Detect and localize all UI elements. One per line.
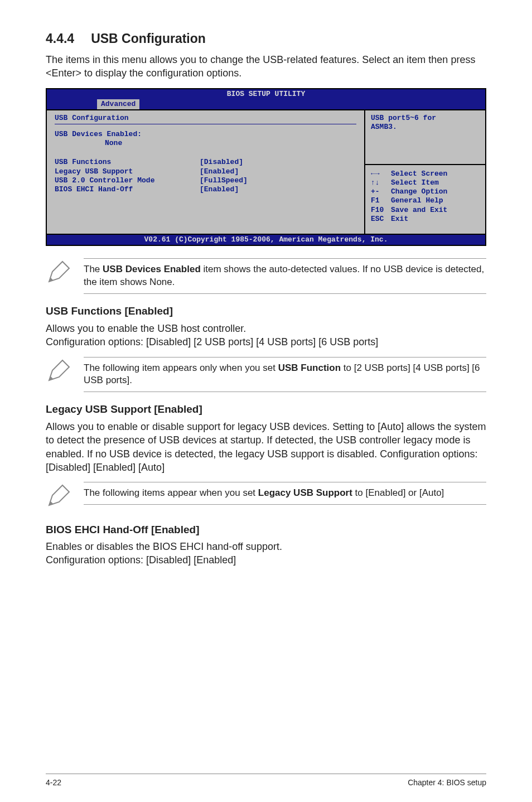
note-body: The following item appears only when you… [84, 357, 486, 393]
text-line: Allows you to enable the USB host contro… [46, 323, 246, 334]
note-text: The following item appears only when you… [84, 363, 278, 373]
page-footer: 4-22 Chapter 4: BIOS setup [46, 774, 486, 788]
bios-help-line: USB port5~6 for [371, 114, 480, 123]
bios-key-desc: Select Item [391, 178, 439, 187]
text-line: Enables or disables the BIOS EHCI hand-o… [46, 541, 282, 552]
note-text: The [84, 264, 103, 274]
bios-key: ESC [371, 215, 391, 224]
bios-item-value: [Enabled] [200, 167, 239, 176]
bios-item-label: BIOS EHCI Hand-Off [55, 185, 200, 194]
subsection-heading-usb-functions: USB Functions [Enabled] [46, 304, 486, 318]
note-body: The USB Devices Enabled item shows the a… [84, 258, 486, 294]
bios-item-label: Legacy USB Support [55, 167, 200, 176]
bios-item-usb20-mode[interactable]: USB 2.0 Controller Mode [FullSpeed] [55, 176, 356, 185]
section-intro: The items in this menu allows you to cha… [46, 53, 486, 80]
bios-key-row: F10Save and Exit [371, 206, 480, 215]
bios-item-value: [FullSpeed] [200, 176, 248, 185]
bios-devices-value: None [55, 139, 356, 148]
note-bold: USB Function [278, 363, 341, 373]
bios-key-row: +-Change Option [371, 187, 480, 196]
text-line: Configuration options: [Disabled] [Enabl… [46, 554, 236, 566]
bios-title-bar: BIOS SETUP UTILITY [47, 89, 485, 99]
note-text: to [Enabled] or [Auto] [352, 487, 444, 498]
bios-item-usb-functions[interactable]: USB Functions [Disabled] [55, 158, 356, 167]
note-bold: USB Devices Enabled [103, 264, 201, 274]
bios-item-ehci-handoff[interactable]: BIOS EHCI Hand-Off [Enabled] [55, 185, 356, 194]
bios-key-row: ESCExit [371, 215, 480, 224]
bios-help-description: USB port5~6 for ASMB3. [365, 110, 485, 165]
bios-right-pane: USB port5~6 for ASMB3. ←→Select Screen ↑… [365, 110, 485, 234]
bios-key-desc: Exit [391, 215, 408, 224]
bios-key: F1 [371, 196, 391, 205]
bios-main-area: USB Configuration USB Devices Enabled: N… [47, 109, 485, 234]
bios-key-desc: Change Option [391, 187, 447, 196]
section-number: 4.4.4 [46, 30, 74, 47]
bios-devices-label: USB Devices Enabled: [55, 130, 356, 139]
body-text: Enables or disables the BIOS EHCI hand-o… [46, 540, 486, 567]
bios-copyright: V02.61 (C)Copyright 1985-2006, American … [47, 234, 485, 245]
body-text: Allows you to enable the USB host contro… [46, 322, 486, 349]
bios-item-value: [Disabled] [200, 158, 243, 167]
bios-tab-advanced[interactable]: Advanced [97, 99, 139, 109]
subsection-heading-ehci: BIOS EHCI Hand-Off [Enabled] [46, 523, 486, 537]
bios-key-desc: General Help [391, 196, 443, 205]
bios-screenshot: BIOS SETUP UTILITY Advanced USB Configur… [46, 88, 486, 247]
note-callout: The following item appears only when you… [46, 357, 486, 393]
bios-item-label: USB Functions [55, 158, 200, 167]
bios-key-desc: Select Screen [391, 170, 447, 178]
text-line: Configuration options: [Disabled] [2 USB… [46, 336, 378, 347]
pencil-note-icon [46, 482, 72, 512]
bios-item-legacy-usb[interactable]: Legacy USB Support [Enabled] [55, 167, 356, 176]
bios-key: +- [371, 187, 391, 196]
page-number: 4-22 [46, 777, 61, 788]
note-callout: The USB Devices Enabled item shows the a… [46, 258, 486, 294]
bios-tab-row: Advanced [47, 99, 485, 109]
bios-item-value: [Enabled] [200, 185, 239, 194]
bios-key: ↑↓ [371, 178, 391, 187]
bios-item-label: USB 2.0 Controller Mode [55, 176, 200, 185]
note-bold: Legacy USB Support [258, 487, 352, 498]
note-callout: The following items appear when you set … [46, 482, 486, 512]
bios-pane-heading: USB Configuration [55, 114, 356, 124]
bios-help-line: ASMB3. [371, 123, 480, 132]
pencil-note-icon [46, 357, 72, 387]
footer-chapter: Chapter 4: BIOS setup [408, 777, 486, 788]
bios-key-row: F1General Help [371, 196, 480, 205]
bios-key: F10 [371, 206, 391, 215]
section-title-text: USB Configuration [91, 31, 206, 46]
subsection-heading-legacy-usb: Legacy USB Support [Enabled] [46, 402, 486, 417]
section-heading: 4.4.4USB Configuration [46, 30, 486, 47]
note-body: The following items appear when you set … [84, 482, 486, 505]
bios-key-legend: ←→Select Screen ↑↓Select Item +-Change O… [365, 165, 485, 234]
bios-key-row: ↑↓Select Item [371, 178, 480, 187]
pencil-note-icon [46, 258, 72, 288]
bios-left-pane: USB Configuration USB Devices Enabled: N… [47, 110, 365, 234]
bios-item-list: USB Functions [Disabled] Legacy USB Supp… [55, 158, 356, 194]
bios-key: ←→ [371, 170, 391, 178]
body-text: Allows you to enable or disable support … [46, 420, 486, 474]
bios-key-desc: Save and Exit [391, 206, 447, 215]
note-text: The following items appear when you set [84, 487, 258, 498]
bios-key-row: ←→Select Screen [371, 170, 480, 178]
